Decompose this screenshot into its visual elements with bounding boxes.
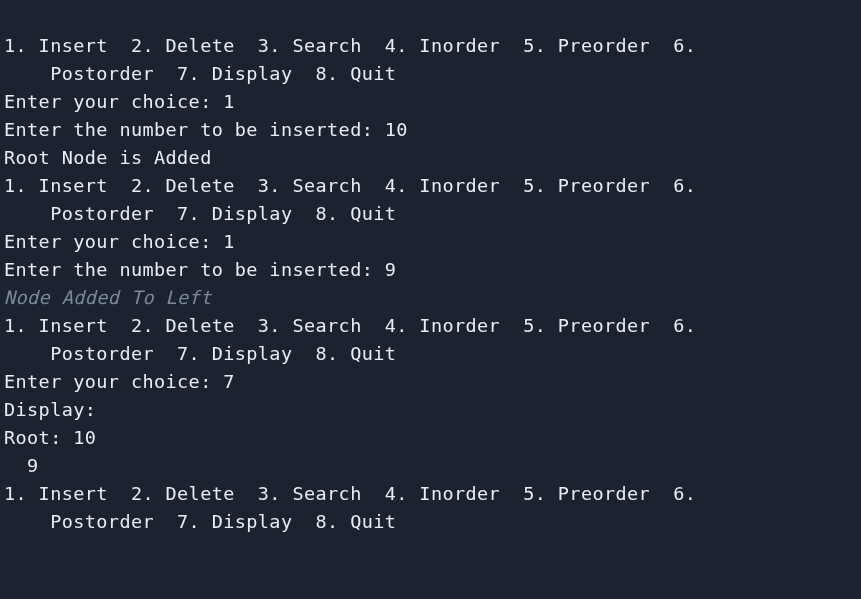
terminal-line: 9 <box>4 455 39 476</box>
terminal-line: Root Node is Added <box>4 147 212 168</box>
terminal-output: 1. Insert 2. Delete 3. Search 4. Inorder… <box>0 0 861 540</box>
terminal-line: Display: <box>4 399 96 420</box>
terminal-line: 1. Insert 2. Delete 3. Search 4. Inorder… <box>4 35 696 56</box>
terminal-line: Enter the number to be inserted: 10 <box>4 119 408 140</box>
terminal-line: 1. Insert 2. Delete 3. Search 4. Inorder… <box>4 483 696 504</box>
terminal-line: Postorder 7. Display 8. Quit <box>4 203 396 224</box>
terminal-line: Enter your choice: 1 <box>4 231 235 252</box>
terminal-line: Postorder 7. Display 8. Quit <box>4 343 396 364</box>
terminal-line: 1. Insert 2. Delete 3. Search 4. Inorder… <box>4 315 696 336</box>
terminal-line: Enter the number to be inserted: 9 <box>4 259 396 280</box>
terminal-line: Enter your choice: 7 <box>4 371 235 392</box>
terminal-line: 1. Insert 2. Delete 3. Search 4. Inorder… <box>4 175 696 196</box>
terminal-line: Enter your choice: 1 <box>4 91 235 112</box>
terminal-line-info: Node Added To Left <box>4 287 212 308</box>
terminal-line: Postorder 7. Display 8. Quit <box>4 63 396 84</box>
terminal-line: Postorder 7. Display 8. Quit <box>4 511 396 532</box>
terminal-line: Root: 10 <box>4 427 96 448</box>
